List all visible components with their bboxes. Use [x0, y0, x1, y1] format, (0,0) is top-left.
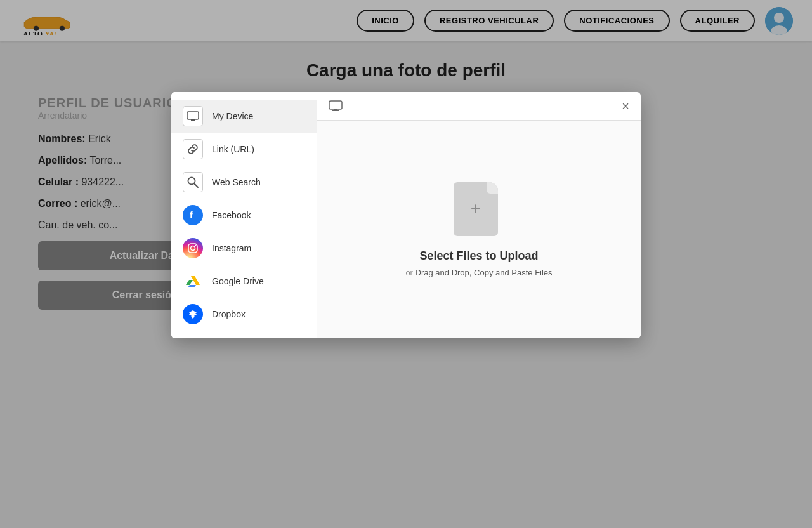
- svg-point-18: [195, 245, 197, 246]
- google-drive-icon: [183, 271, 203, 291]
- svg-rect-11: [191, 119, 195, 121]
- dropbox-icon: [183, 304, 203, 324]
- sidebar-item-my-device[interactable]: My Device: [171, 100, 317, 133]
- my-device-icon: [183, 106, 203, 126]
- sidebar-item-web-search[interactable]: Web Search: [171, 166, 317, 199]
- dialog-header: ×: [317, 92, 641, 121]
- web-search-label: Web Search: [212, 177, 261, 187]
- file-upload-dialog: My Device Link (URL): [171, 92, 641, 338]
- link-url-label: Link (URL): [212, 144, 254, 154]
- sidebar-item-link-url[interactable]: Link (URL): [171, 133, 317, 166]
- dialog-body[interactable]: + Select Files to Upload or Drag and Dro…: [317, 121, 641, 338]
- dialog-header-icons: [329, 100, 343, 112]
- sidebar-item-facebook[interactable]: f Facebook: [171, 199, 317, 232]
- dialog-sidebar: My Device Link (URL): [171, 92, 317, 338]
- svg-line-14: [195, 184, 199, 188]
- upload-subtitle: or Drag and Drop, Copy and Paste Files: [405, 268, 552, 277]
- sidebar-item-google-drive[interactable]: Google Drive: [171, 265, 317, 298]
- google-drive-label: Google Drive: [212, 276, 264, 286]
- svg-rect-10: [187, 112, 199, 119]
- svg-text:f: f: [190, 210, 193, 220]
- link-icon: [183, 139, 203, 159]
- dropbox-label: Dropbox: [212, 309, 246, 319]
- svg-marker-21: [188, 285, 196, 287]
- monitor-icon: [329, 100, 343, 112]
- svg-point-17: [191, 246, 195, 251]
- upload-subtitle-text: or Drag and Drop, Copy and Paste Files: [405, 268, 552, 277]
- my-device-label: My Device: [212, 111, 253, 121]
- svg-marker-20: [186, 280, 193, 285]
- svg-rect-28: [332, 110, 339, 111]
- instagram-label: Instagram: [212, 243, 251, 253]
- svg-rect-27: [334, 109, 337, 110]
- svg-rect-12: [189, 121, 197, 121]
- sidebar-item-dropbox[interactable]: Dropbox: [171, 298, 317, 331]
- web-search-icon: [183, 172, 203, 192]
- sidebar-item-instagram[interactable]: Instagram: [171, 232, 317, 265]
- dialog-main: × + Select Files to Upload or Drag and D…: [317, 92, 641, 338]
- dialog-close-button[interactable]: ×: [622, 100, 629, 112]
- upload-title: Select Files to Upload: [419, 249, 538, 263]
- dialog-overlay: My Device Link (URL): [0, 0, 812, 528]
- file-icon: +: [454, 182, 498, 236]
- facebook-icon: f: [183, 205, 203, 225]
- upload-icon-area: +: [454, 182, 504, 239]
- file-plus-icon: +: [471, 199, 481, 219]
- svg-rect-26: [329, 101, 342, 109]
- facebook-label: Facebook: [212, 210, 251, 220]
- upload-subtitle-highlight: Drag and Drop, Copy and Paste Files: [416, 268, 553, 277]
- instagram-icon: [183, 238, 203, 258]
